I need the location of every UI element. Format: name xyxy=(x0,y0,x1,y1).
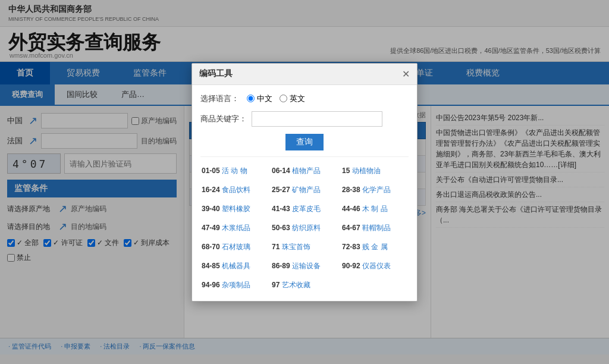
category-item[interactable]: 39-40 塑料橡胶 xyxy=(200,201,268,216)
category-item[interactable]: 01-05 活 动 物 xyxy=(200,163,268,178)
category-item[interactable]: 06-14 植物产品 xyxy=(271,163,338,178)
keyword-label: 商品关键字： xyxy=(200,114,247,124)
modal-title: 编码工具 xyxy=(199,68,233,79)
modal-overlay: 编码工具 ✕ 选择语言： 中文 英文 商品关键字： xyxy=(0,0,609,364)
category-item[interactable]: 28-38 化学产品 xyxy=(341,182,409,197)
radio-cn[interactable]: 中文 xyxy=(247,93,272,104)
category-item[interactable]: 47-49 木浆纸品 xyxy=(200,220,268,236)
modal-header: 编码工具 ✕ xyxy=(192,64,417,85)
search-button[interactable]: 查询 xyxy=(285,134,324,150)
category-item[interactable]: 68-70 石材玻璃 xyxy=(200,239,268,255)
category-item[interactable]: 84-85 机械器具 xyxy=(200,258,268,274)
language-row: 选择语言： 中文 英文 xyxy=(200,93,409,104)
category-grid: 01-05 活 动 物06-14 植物产品15 动植物油16-24 食品饮料25… xyxy=(200,156,409,293)
language-label: 选择语言： xyxy=(200,93,242,104)
category-item[interactable]: 41-43 皮革皮毛 xyxy=(271,201,338,216)
keyword-row: 商品关键字： xyxy=(200,111,409,127)
category-item[interactable]: 71 珠宝首饰 xyxy=(271,239,338,255)
keyword-input[interactable] xyxy=(252,111,382,127)
category-item[interactable]: 90-92 仪器仪表 xyxy=(341,258,409,274)
modal-close-button[interactable]: ✕ xyxy=(402,68,410,80)
language-radio-group: 中文 英文 xyxy=(247,93,305,104)
radio-en-label: 英文 xyxy=(290,93,305,104)
category-item[interactable]: 97 艺术收藏 xyxy=(271,277,338,293)
category-item[interactable]: 25-27 矿物产品 xyxy=(271,182,338,197)
category-item[interactable]: 15 动植物油 xyxy=(341,163,409,178)
modal-body: 选择语言： 中文 英文 商品关键字： 查询 01-05 活 动 xyxy=(192,85,417,301)
radio-cn-label: 中文 xyxy=(257,93,272,104)
category-item[interactable]: 94-96 杂项制品 xyxy=(200,277,268,293)
category-item[interactable]: 72-83 贱 金 属 xyxy=(341,239,409,255)
modal-dialog: 编码工具 ✕ 选择语言： 中文 英文 商品关键字： xyxy=(192,63,417,302)
category-item[interactable]: 64-67 鞋帽制品 xyxy=(341,220,409,236)
category-item[interactable]: 86-89 运输设备 xyxy=(271,258,338,274)
category-item[interactable]: 44-46 木 制 品 xyxy=(341,201,409,216)
category-item[interactable]: 50-63 纺织原料 xyxy=(271,220,338,236)
radio-en[interactable]: 英文 xyxy=(280,93,305,104)
category-item[interactable]: 16-24 食品饮料 xyxy=(200,182,268,197)
